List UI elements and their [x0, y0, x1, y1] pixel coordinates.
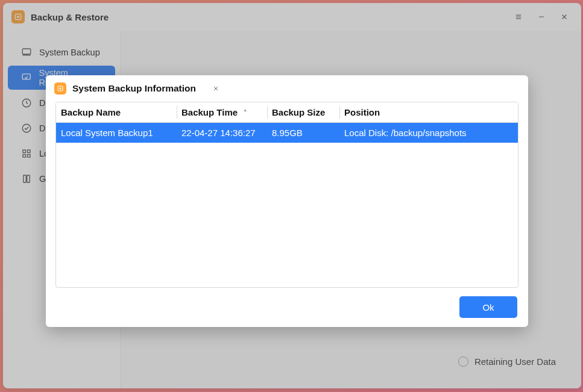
dialog-close-button[interactable]: [208, 81, 224, 96]
table-header-row: Backup Name Backup Time ˄ Backup Size Po…: [56, 102, 518, 123]
cell-position: Local Disk: /backup/snapshots: [339, 123, 518, 143]
cell-name: Local System Backup1: [56, 123, 177, 143]
dialog-title: System Backup Information: [72, 83, 196, 94]
col-header-time-label: Backup Time: [181, 107, 238, 117]
backup-info-dialog: System Backup Information Backup Name Ba…: [46, 75, 528, 327]
ok-button[interactable]: Ok: [459, 296, 517, 318]
col-header-position[interactable]: Position: [339, 102, 518, 123]
col-header-position-label: Position: [344, 107, 380, 117]
table-empty-space: [56, 143, 518, 287]
col-header-size-label: Backup Size: [272, 107, 325, 117]
sort-asc-icon: ˄: [244, 109, 247, 117]
dialog-footer: Ok: [46, 288, 528, 318]
cell-size: 8.95GB: [267, 123, 339, 143]
dialog-header: System Backup Information: [46, 75, 528, 102]
table-row[interactable]: Local System Backup1 22-04-27 14:36:27 8…: [56, 123, 518, 143]
backup-table: Backup Name Backup Time ˄ Backup Size Po…: [55, 102, 518, 288]
col-header-name-label: Backup Name: [61, 107, 121, 117]
col-header-name[interactable]: Backup Name: [56, 102, 177, 123]
cell-time: 22-04-27 14:36:27: [177, 123, 267, 143]
col-header-size[interactable]: Backup Size: [267, 102, 339, 123]
col-header-time[interactable]: Backup Time ˄: [177, 102, 267, 123]
dialog-logo-icon: [54, 82, 66, 95]
